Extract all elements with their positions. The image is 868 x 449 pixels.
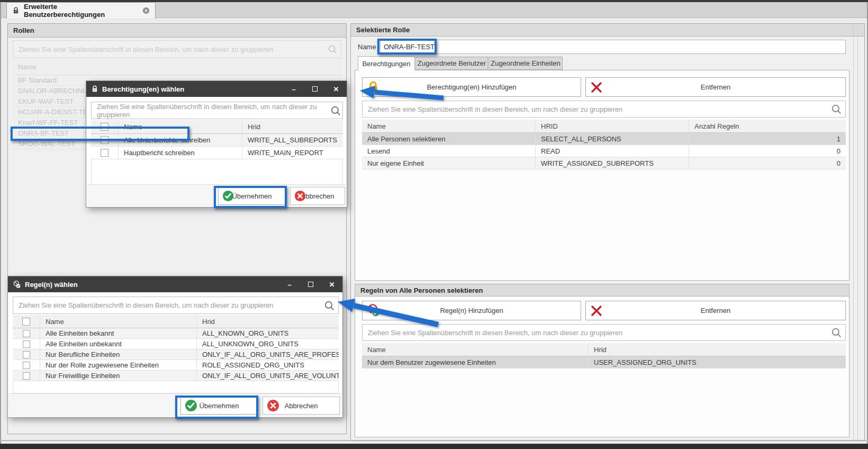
rule-dialog-groupby-bar: Ziehen Sie eine Spaltenüberschrift in di… (13, 297, 339, 314)
search-icon[interactable] (327, 44, 338, 55)
rule-dialog-table: Name Hrid Alle Einheiten bekannt ALL_KNO… (13, 315, 339, 381)
row-checkbox[interactable] (23, 362, 30, 369)
col-name: Name (367, 346, 386, 354)
select-all-checkbox[interactable] (22, 318, 30, 326)
permissions-table-header[interactable]: Name HRID Anzahl Regeln (362, 120, 846, 133)
row-checkbox[interactable] (23, 372, 30, 380)
remove-rules-label: Entfernen (586, 307, 845, 315)
role-name: HCUAR-A-DIENST-TEST (18, 108, 96, 116)
cell-name: Alle Unterberichte schreiben (124, 136, 210, 144)
app-window: { "colors": { "annotation_blue": "#1e6fd… (0, 0, 868, 449)
apply-button[interactable]: Übernehmen (180, 397, 258, 415)
row-checkbox[interactable] (101, 149, 108, 157)
cell-hrid: USER_ASSIGNED_ORG_UNITS (594, 358, 697, 366)
table-row-selected[interactable]: Alle Personen selektieren SELECT_ALL_PER… (362, 133, 846, 145)
rules-table: Name Hrid Nur dem Benutzer zugewiesene E… (362, 343, 846, 369)
search-icon[interactable] (830, 327, 842, 338)
cell-rule-count: 1 (837, 135, 840, 143)
roles-column-header[interactable]: Name (13, 59, 341, 75)
roles-panel-title: Rollen (13, 26, 34, 34)
lock-icon (91, 85, 98, 93)
rule-dialog-titlebar[interactable]: Regel(n) wählen – ✕ (8, 276, 342, 292)
x-circle-icon (267, 399, 279, 412)
remove-permissions-button[interactable]: Entfernen (585, 77, 846, 97)
dialog-table-empty-area (13, 381, 339, 393)
apply-button[interactable]: Übernehmen (218, 187, 286, 205)
maximize-button[interactable] (304, 81, 326, 97)
col-name: Name (367, 122, 386, 130)
permission-dialog-titlebar[interactable]: Berechtigung(en) wählen – ✕ (86, 81, 347, 97)
permission-dialog: Berechtigung(en) wählen – ✕ Ziehen Sie e… (86, 80, 347, 208)
cell-name: Nur Berufliche Einheiten (46, 351, 120, 358)
dialog-table-row[interactable]: Nur Freiwillige Einheiten ONLY_IF_ALL_OR… (13, 371, 339, 381)
row-checkbox[interactable] (101, 136, 108, 144)
dialog-table-row[interactable]: Hauptbericht schreiben WRITE_MAIN_REPORT (91, 147, 343, 159)
dialog-table-header[interactable]: Name Hrid (13, 315, 339, 328)
role-name-input[interactable] (380, 40, 846, 54)
role-name: Knarf-WF-FF-TEST (18, 119, 78, 127)
table-row[interactable]: Lesend READ 0 (362, 145, 846, 157)
selected-role-title: Selektierte Rolle (356, 26, 410, 34)
rule-dialog: Regel(n) wählen – ✕ Ziehen Sie eine Spal… (7, 276, 343, 418)
add-rules-button[interactable]: Regel(n) Hinzufügen (362, 301, 581, 320)
tab-zugeordnete-benutzer[interactable]: Zugeordnete Benutzer (415, 57, 488, 70)
cell-name: Nur Freiwillige Einheiten (46, 372, 120, 380)
table-row[interactable]: Nur eigene Einheit WRITE_ASSIGNED_SUBREP… (362, 157, 846, 169)
roles-column-name-label: Name (18, 63, 37, 71)
row-checkbox[interactable] (23, 340, 30, 348)
remove-rules-button[interactable]: Entfernen (585, 301, 846, 320)
permissions-groupby-bar: Ziehen Sie eine Spaltenüberschrift in di… (362, 101, 846, 118)
cell-hrid: ONLY_IF_ALL_ORG_UNITS_ARE_PROFESSIONAL (202, 351, 339, 358)
permissions-groupby-hint: Ziehen Sie eine Spaltenüberschrift in di… (368, 105, 622, 113)
table-row-selected[interactable]: Nur dem Benutzer zugewiesene Einheiten U… (362, 356, 846, 369)
cancel-button[interactable]: Abbrechen (290, 187, 345, 205)
col-hrid: Hrid (202, 318, 215, 326)
row-checkbox[interactable] (23, 330, 30, 337)
cell-hrid: WRITE_ALL_SUBREPORTS (248, 136, 337, 144)
minimize-button[interactable]: – (279, 276, 300, 292)
cell-hrid: ALL_KNOWN_ORG_UNITS (202, 329, 288, 337)
cell-name: Alle Einheiten unbekannt (46, 340, 122, 348)
tab-zugeordnete-einheiten[interactable]: Zugeordnete Einheiten (489, 57, 563, 70)
lock-icon (367, 80, 379, 94)
dialog-table-row[interactable]: Alle Einheiten bekannt ALL_KNOWN_ORG_UNI… (13, 328, 339, 339)
cell-hrid: WRITE_MAIN_REPORT (248, 149, 323, 157)
search-icon[interactable] (830, 103, 842, 115)
tab-close-icon[interactable] (142, 7, 150, 14)
cell-rule-count: 0 (837, 147, 840, 155)
dialog-table-row[interactable]: Alle Einheiten unbekannt ALL_UNKNOWN_ORG… (13, 339, 339, 349)
close-button[interactable]: ✕ (326, 81, 347, 97)
col-hrid: Hrid (248, 123, 260, 131)
add-rules-label: Regel(n) Hinzufügen (363, 307, 581, 315)
cell-name: Nur der Rolle zugewiesene Einheiten (46, 361, 159, 369)
dialog-table-row[interactable]: Nur der Rolle zugewiesene Einheiten ROLE… (13, 360, 339, 371)
minimize-button[interactable]: – (283, 81, 304, 97)
maximize-button[interactable] (300, 276, 321, 292)
maximize-icon (308, 282, 313, 287)
dialog-table-row[interactable]: Nur Berufliche Einheiten ONLY_IF_ALL_ORG… (13, 349, 339, 360)
cell-hrid: ALL_UNKNOWN_ORG_UNITS (202, 340, 299, 348)
col-name: Name (46, 318, 64, 326)
tab-berechtigungen[interactable]: Berechtigungen (358, 56, 415, 70)
cell-hrid: READ (541, 147, 560, 155)
role-name: EKUF-WAF-TEST (18, 97, 74, 105)
cell-name: Alle Personen selektieren (367, 135, 445, 143)
role-name: BF Standard (18, 76, 57, 84)
permission-dialog-title: Berechtigung(en) wählen (102, 85, 184, 93)
row-checkbox[interactable] (23, 351, 30, 358)
dialog-table-empty-area (91, 159, 343, 185)
role-name: SRÖG-WAL-TEST (18, 140, 75, 148)
dialog-table-header[interactable]: Name Hrid (91, 120, 343, 134)
search-icon[interactable] (330, 105, 341, 116)
cell-hrid: WRITE_ASSIGNED_SUBREPORTS (541, 159, 654, 167)
tab-erweiterte-benutzerberechtigungen[interactable]: Erweiterte Benutzerberechtigungen (6, 2, 156, 19)
permission-dialog-groupby-bar: Ziehen Sie eine Spaltenüberschrift in di… (91, 102, 343, 119)
rules-table-header[interactable]: Name Hrid (362, 343, 846, 356)
dialog-table-row[interactable]: Alle Unterberichte schreiben WRITE_ALL_S… (91, 134, 343, 147)
cancel-button[interactable]: Abbrechen (263, 397, 340, 415)
close-button[interactable]: ✕ (321, 276, 342, 292)
add-permissions-button[interactable]: Berechtigung(en) Hinzufügen (362, 77, 581, 97)
rule-icon (367, 303, 381, 318)
select-all-checkbox[interactable] (101, 123, 108, 131)
search-icon[interactable] (323, 300, 335, 311)
